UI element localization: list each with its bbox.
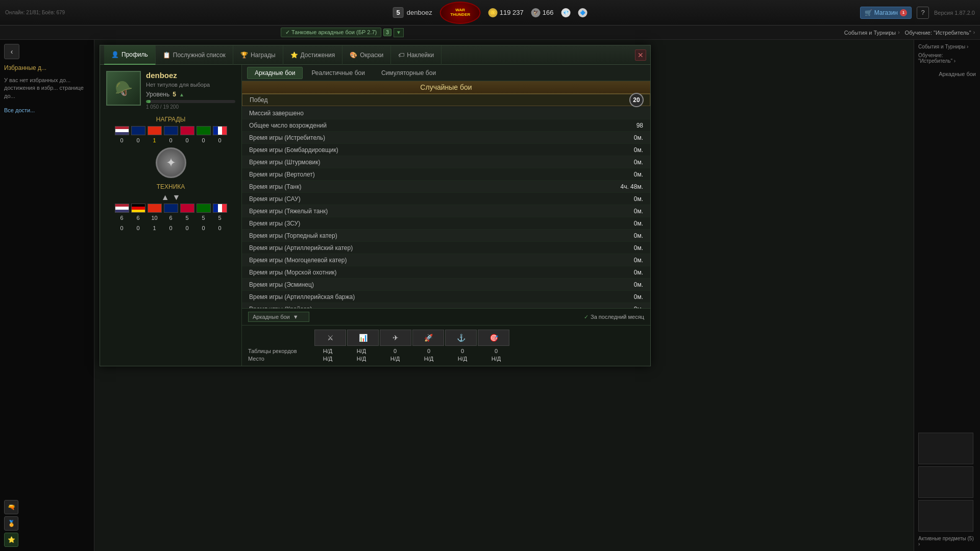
notification-badge: 1 [900,9,907,16]
sidebar-icon-1[interactable]: 🔫 [4,500,18,514]
sidebar-icon-2[interactable]: 🏅 [4,516,18,531]
tab-achievements-icon: ⭐ [290,52,298,59]
records-place-4: Н/Д [412,356,445,362]
tab-achievements[interactable]: ⭐ Достижения [283,45,343,65]
profile-left-panel: 🪖 denboez Нет титулов для выбора Уровень… [100,65,242,366]
tab-stickers[interactable]: 🏷 Наклейки [391,45,442,65]
tech-count-6: 5 [197,215,211,221]
xp-total: 19 200 [163,104,179,110]
records-values-row: Н/Д Н/Д 0 0 0 0 [311,348,512,354]
username: denboez [146,71,235,80]
br-badge: 3 [383,29,391,36]
flag-count-7: 0 [213,137,227,143]
shop-button[interactable]: 🛒 Магазин 1 [860,7,912,19]
stat-row-16: Время игры (Крейсер)0м. [242,303,650,308]
battle-tabs: Аркадные бои Реалистичные бои Симуляторн… [242,65,650,81]
battle-tab-realistic[interactable]: Реалистичные бои [304,67,373,79]
level-number: 5 [173,91,176,98]
flag-uk2 [164,126,178,135]
right-events-link[interactable]: События и Турниры › [918,44,976,49]
tech-count-7: 5 [213,215,227,221]
records-icon-headers: ⚔ 📊 ✈ 🚀 ⚓ 🎯 [314,330,509,346]
stat-row-8: Время игры (Тяжелый танк)0м. [242,205,650,217]
flag-pt [197,126,211,135]
tab-awards[interactable]: 🏆 Награды [233,45,283,65]
events-link[interactable]: События и Турниры › [844,30,900,36]
all-achievements-link[interactable]: Все дости... [4,107,90,113]
nav-back-button[interactable]: ‹ [4,44,19,59]
tab-skins[interactable]: 🎨 Окраски [342,45,391,65]
stat-row-9: Время игры (ЗСУ)0м. [242,217,650,230]
research-link[interactable]: Обучение: "Истребитель" › [905,30,975,36]
research-label: Обучение: "Истребитель" [905,30,971,36]
stat-label-7: Время игры (САУ) [249,195,301,203]
tech-count-2: 6 [131,215,145,221]
stat-row-3: Время игры (Бомбардировщик)0м. [242,144,650,156]
flag-us [115,126,129,135]
tech-arrow-up[interactable]: ▲ [161,193,169,202]
records-icon-kills: ⚔ [314,330,346,346]
stats-rows-container: Миссий завершеноОбщее число возрождений9… [242,107,650,308]
right-arcade-label: Аркадные бои [918,71,976,77]
tech-bot-7: 0 [213,225,227,231]
tech-arrow-down[interactable]: ▼ [173,193,181,202]
right-research-link[interactable]: Обучение: "Истребитель" › [918,53,976,64]
modal-close-button[interactable]: ✕ [635,49,646,61]
filter-checkbox-text: За последний месяц [591,314,644,320]
battle-mode-button[interactable]: ✓ Танковые аркадные бои (БР 2.7) [281,28,381,37]
filter-checkbox-label[interactable]: ✓ За последний месяц [584,314,644,320]
stat-label-0: Миссий завершено [249,110,304,117]
top-bar-left: Онлайн: 21/81; Боёв: 679 [5,10,65,15]
battle-tab-simulator[interactable]: Симуляторные бои [374,67,444,79]
arcade-label-text: Аркадные бои [939,71,976,77]
tab-awards-label: Награды [251,52,276,59]
tech-bot-5: 0 [180,225,194,231]
tech-flag-fr [213,204,227,213]
stat-value-14: 0м. [612,281,643,288]
stat-label-1: Общее число возрождений [249,122,327,129]
xp-fill [146,100,151,103]
stat-value-4: 0м. [612,159,643,166]
flag-count-6: 0 [197,137,211,143]
sidebar-icon-row: 🔫 🏅 ⭐ [4,500,90,547]
stat-row-6: Время игры (Танк)4ч. 48м. [242,181,650,193]
sidebar-title: Избранные д... [4,64,90,71]
right-tank-previews [918,433,976,532]
tab-profile[interactable]: 👤 Профиль [104,45,156,65]
sidebar-description: У вас нет избранных до... достижения в и… [4,77,90,100]
shop-icon: 🛒 [865,9,872,16]
tab-profile-icon: 👤 [111,51,119,58]
flag-count-5: 0 [180,137,194,143]
tank-preview-2 [918,466,973,498]
sub-toolbar: ✓ Танковые аркадные бои (БР 2.7) 3 ▼ Соб… [0,26,980,40]
stat-row-14: Время игры (Эсминец)0м. [242,279,650,291]
tab-achievements-label: Достижения [301,52,335,59]
sidebar-icon-3[interactable]: ⭐ [4,533,18,547]
shop-label: Магазин [874,9,898,16]
help-button[interactable]: ? [917,7,929,19]
avatar: 🪖 [106,71,141,106]
stat-value-5: 0м. [612,171,643,178]
flag-uk [131,126,145,135]
records-icon-ground: 🚀 [412,330,444,346]
records-val-6: 0 [480,348,512,354]
stat-value-6: 4ч. 48м. [612,183,643,190]
profile-user-info: 🪖 denboez Нет титулов для выбора Уровень… [106,71,235,110]
stat-value-15: 0м. [612,293,643,300]
br-dropdown-button[interactable]: ▼ [394,28,404,37]
battle-tab-arcade[interactable]: Аркадные бои [247,67,303,79]
stat-value-8: 0м. [612,208,643,215]
records-place-1: Н/Д [311,356,344,362]
wins-badge: 20 [629,93,644,107]
stats-content: Случайные бои Побед 20 Миссий завершеноО… [242,81,650,308]
tab-service[interactable]: 📋 Послужной список [156,45,233,65]
level-label: Уровень [146,91,169,98]
wins-row: Побед 20 [242,94,650,106]
records-place-values: Н/Д Н/Д Н/Д Н/Д Н/Д Н/Д [311,356,512,362]
stats-header: Случайные бои [242,81,650,94]
active-items-link[interactable]: Активные предметы (5) › [918,536,976,547]
stat-label-3: Время игры (Бомбардировщик) [249,146,338,154]
gold-amount: 166 [543,9,554,16]
filter-dropdown[interactable]: Аркадные бои ▼ [248,312,309,322]
events-label: События и Турниры [844,30,896,36]
